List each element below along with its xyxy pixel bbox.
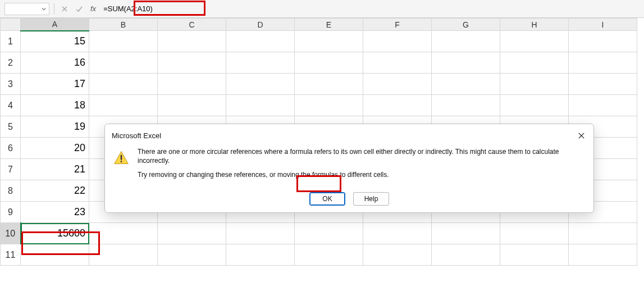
table-row: 11	[1, 244, 637, 266]
row-header[interactable]: 7	[1, 159, 21, 180]
cell[interactable]	[569, 244, 637, 266]
cell[interactable]	[569, 31, 637, 52]
cell[interactable]	[226, 52, 295, 74]
cell[interactable]	[363, 52, 432, 74]
cell[interactable]	[158, 31, 226, 52]
select-all-corner[interactable]	[1, 19, 21, 31]
row-header[interactable]: 4	[1, 95, 21, 116]
cell[interactable]	[158, 52, 226, 74]
cell[interactable]	[569, 52, 637, 74]
cell[interactable]	[226, 74, 295, 95]
cell[interactable]	[89, 244, 158, 266]
cell[interactable]	[363, 95, 432, 116]
cell[interactable]	[295, 244, 363, 266]
column-header[interactable]: D	[226, 19, 295, 31]
cell[interactable]	[363, 74, 432, 95]
cell[interactable]	[500, 223, 569, 244]
row-header[interactable]: 11	[1, 244, 21, 266]
fx-label[interactable]: fx	[88, 4, 98, 13]
cell[interactable]	[295, 74, 363, 95]
cell[interactable]: 15	[21, 31, 89, 52]
column-header[interactable]: A	[21, 19, 89, 31]
table-row: 216	[1, 52, 637, 74]
cell[interactable]	[226, 244, 295, 266]
column-header[interactable]: G	[432, 19, 500, 31]
cell[interactable]	[295, 223, 363, 244]
cell[interactable]	[89, 31, 158, 52]
cell[interactable]	[89, 74, 158, 95]
column-header[interactable]: H	[500, 19, 569, 31]
cell[interactable]	[569, 95, 637, 116]
row-header[interactable]: 9	[1, 202, 21, 223]
cell[interactable]	[226, 95, 295, 116]
row-header[interactable]: 2	[1, 52, 21, 74]
row-header[interactable]: 1	[1, 31, 21, 52]
cell[interactable]	[226, 223, 295, 244]
column-header[interactable]: F	[363, 19, 432, 31]
dialog-title: Microsoft Excel	[112, 131, 161, 140]
row-header[interactable]: 3	[1, 74, 21, 95]
column-header[interactable]: E	[295, 19, 363, 31]
cell[interactable]	[158, 223, 226, 244]
table-row: 317	[1, 74, 637, 95]
cell[interactable]: 21	[21, 159, 89, 180]
cell[interactable]	[89, 223, 158, 244]
cell[interactable]	[158, 74, 226, 95]
cell[interactable]	[432, 31, 500, 52]
name-box[interactable]	[4, 3, 49, 15]
cell[interactable]	[89, 95, 158, 116]
chevron-down-icon[interactable]	[41, 6, 47, 12]
cell[interactable]: 23	[21, 202, 89, 223]
cell[interactable]	[363, 223, 432, 244]
cell[interactable]	[432, 74, 500, 95]
row-header[interactable]: 6	[1, 138, 21, 159]
svg-rect-0	[121, 155, 122, 160]
cell[interactable]	[569, 74, 637, 95]
formula-input[interactable]	[102, 3, 175, 15]
cell[interactable]: 17	[21, 74, 89, 95]
table-row: 1015600	[1, 223, 637, 244]
cell[interactable]	[432, 52, 500, 74]
separator	[54, 3, 54, 15]
column-header[interactable]: I	[569, 19, 637, 31]
cancel-icon[interactable]	[59, 3, 70, 15]
warning-icon	[113, 148, 130, 185]
row-header[interactable]: 8	[1, 180, 21, 202]
row-header[interactable]: 10	[1, 223, 21, 244]
cell[interactable]	[363, 244, 432, 266]
table-row: 418	[1, 95, 637, 116]
dialog-message-1: There are one or more circular reference…	[138, 148, 583, 165]
cell[interactable]	[295, 95, 363, 116]
cell[interactable]	[295, 52, 363, 74]
check-icon[interactable]	[74, 3, 85, 15]
cell[interactable]	[500, 31, 569, 52]
column-header[interactable]: C	[158, 19, 226, 31]
ok-button[interactable]: OK	[309, 192, 345, 206]
cell[interactable]	[89, 52, 158, 74]
cell[interactable]	[500, 244, 569, 266]
cell[interactable]	[432, 95, 500, 116]
cell[interactable]	[500, 52, 569, 74]
cell[interactable]: 15600	[21, 223, 89, 244]
cell[interactable]: 19	[21, 116, 89, 138]
cell[interactable]: 18	[21, 95, 89, 116]
cell[interactable]	[569, 223, 637, 244]
cell[interactable]	[500, 74, 569, 95]
cell[interactable]	[158, 95, 226, 116]
cell[interactable]	[226, 31, 295, 52]
cell[interactable]	[500, 95, 569, 116]
cell[interactable]	[432, 244, 500, 266]
cell[interactable]: 20	[21, 138, 89, 159]
help-button[interactable]: Help	[353, 192, 389, 206]
row-header[interactable]: 5	[1, 116, 21, 138]
column-header[interactable]: B	[89, 19, 158, 31]
table-row: 115	[1, 31, 637, 52]
cell[interactable]: 16	[21, 52, 89, 74]
cell[interactable]	[295, 31, 363, 52]
cell[interactable]	[158, 244, 226, 266]
cell[interactable]	[21, 244, 89, 266]
cell[interactable]	[432, 223, 500, 244]
close-icon[interactable]	[574, 129, 588, 142]
cell[interactable]	[363, 31, 432, 52]
cell[interactable]: 22	[21, 180, 89, 202]
